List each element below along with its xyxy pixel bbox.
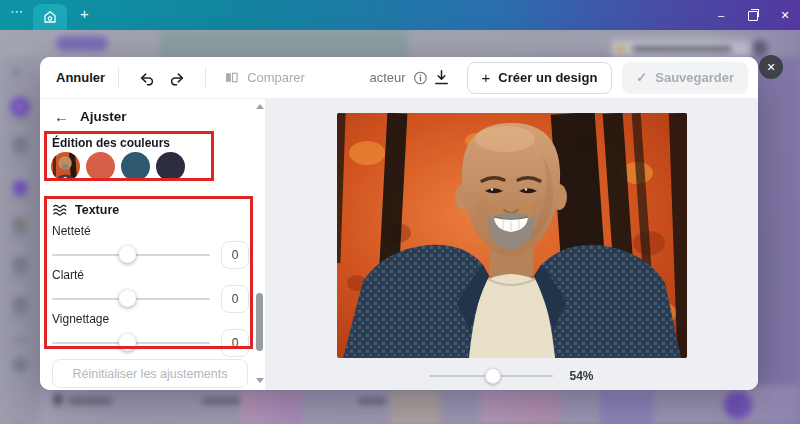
editor-canvas: 54%: [265, 99, 758, 390]
scroll-down-icon[interactable]: [256, 378, 264, 383]
panel-title: Ajuster: [80, 109, 127, 124]
plus-icon: +: [482, 69, 491, 86]
close-window-button[interactable]: ✕: [778, 9, 792, 22]
texture-section-header: Texture: [52, 202, 119, 218]
panel-scrollbar[interactable]: [256, 293, 263, 351]
color-edit-title: Édition des couleurs: [52, 136, 170, 150]
info-icon[interactable]: [413, 70, 429, 86]
toolbar-divider: [118, 67, 119, 89]
window-controls: – ✕: [714, 0, 792, 30]
tab-home[interactable]: [33, 4, 67, 30]
close-editor-button[interactable]: ✕: [759, 55, 783, 79]
clarity-slider-handle[interactable]: [119, 290, 136, 307]
reset-adjustments-button[interactable]: Réinitialiser les ajustements: [52, 359, 248, 388]
swatch-image[interactable]: [51, 152, 80, 181]
swatch-orange[interactable]: [86, 152, 115, 181]
zoom-slider-track[interactable]: [429, 375, 553, 377]
minimize-button[interactable]: –: [714, 9, 728, 21]
back-row[interactable]: ← Ajuster: [54, 108, 127, 125]
download-icon: [432, 68, 451, 87]
create-design-label: Créer un design: [498, 70, 597, 85]
create-design-button[interactable]: + Créer un design: [467, 62, 613, 94]
window-titlebar: ⋯ + – ✕: [0, 0, 800, 30]
vignette-slider-row: 0: [52, 329, 249, 357]
compare-icon: [223, 69, 240, 86]
compare-button[interactable]: Comparer: [223, 69, 305, 86]
portrait-photo: [337, 113, 687, 358]
photo-canvas-image[interactable]: [337, 113, 687, 358]
toolbar-divider: [205, 67, 206, 89]
document-title-group: acteur: [369, 70, 428, 86]
download-button[interactable]: [426, 68, 457, 87]
clarity-value[interactable]: 0: [221, 285, 249, 313]
vignette-value[interactable]: 0: [221, 329, 249, 357]
adjust-panel: ← Ajuster Édition des couleurs: [40, 99, 265, 390]
toolbar-right-group: + Créer un design ✓ Sauvegarder: [426, 62, 748, 94]
compare-label: Comparer: [247, 70, 305, 85]
tab-overflow-menu[interactable]: ⋯: [10, 4, 24, 19]
swatch-image-thumbnail: [51, 152, 80, 181]
clarity-slider-row: 0: [52, 285, 249, 313]
clarity-label: Clarté: [52, 268, 84, 282]
photo-editor-modal: Annuler Comparer: [40, 57, 758, 390]
sharpness-label: Netteté: [52, 224, 91, 238]
zoom-level: 54%: [569, 369, 593, 383]
redo-button[interactable]: [162, 69, 192, 87]
sharpness-slider-row: 0: [52, 241, 249, 269]
save-label: Sauvegarder: [655, 70, 734, 85]
back-arrow-icon[interactable]: ←: [54, 108, 69, 125]
sharpness-value[interactable]: 0: [221, 241, 249, 269]
save-button[interactable]: ✓ Sauvegarder: [622, 62, 748, 94]
new-tab-button[interactable]: +: [80, 5, 89, 22]
document-title: acteur: [369, 70, 405, 85]
undo-icon: [138, 69, 156, 87]
zoom-bar: 54%: [265, 369, 758, 383]
scroll-up-icon[interactable]: [256, 104, 264, 109]
editor-toolbar: Annuler Comparer: [40, 57, 758, 99]
redo-icon: [168, 69, 186, 87]
vignette-slider-handle[interactable]: [119, 334, 136, 351]
texture-icon: [52, 202, 68, 218]
sharpness-slider-handle[interactable]: [119, 246, 136, 263]
home-icon: [42, 9, 58, 25]
color-swatches: [51, 152, 185, 181]
undo-button[interactable]: [132, 69, 162, 87]
editor-body: ← Ajuster Édition des couleurs: [40, 99, 758, 390]
app-window: ⋯ + – ✕ +: [0, 0, 800, 424]
zoom-slider-handle[interactable]: [485, 368, 501, 384]
vignette-label: Vignettage: [52, 312, 109, 326]
swatch-blue[interactable]: [121, 152, 150, 181]
check-icon: ✓: [636, 70, 647, 85]
undo-all-button[interactable]: Annuler: [56, 70, 105, 85]
texture-title: Texture: [75, 203, 119, 217]
maximize-button[interactable]: [746, 8, 760, 22]
swatch-navy[interactable]: [156, 152, 185, 181]
